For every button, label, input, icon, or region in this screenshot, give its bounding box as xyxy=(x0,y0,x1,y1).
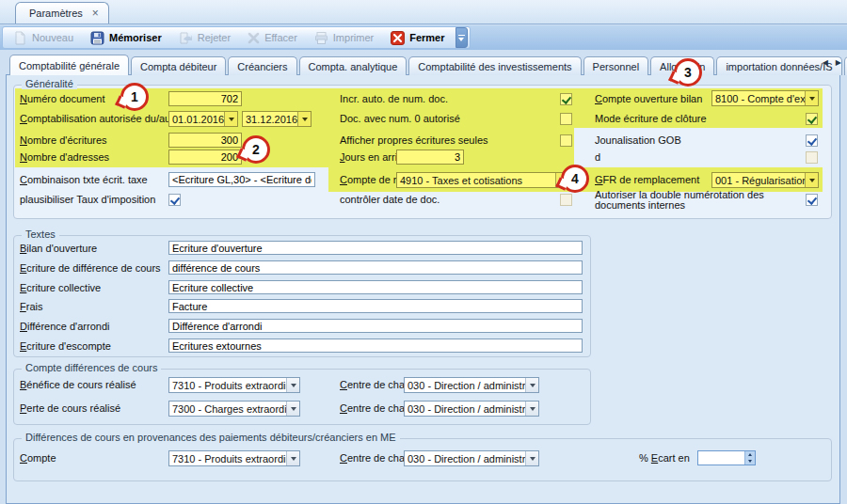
d-label: d xyxy=(595,150,600,165)
tab-compta-analytique[interactable]: Compta. analytique xyxy=(299,56,408,75)
chevron-down-icon xyxy=(525,402,538,416)
mode-ecriture-label: Mode écriture de clôture xyxy=(595,111,707,126)
centre-charge-select[interactable]: 030 - Direction / administration xyxy=(404,450,539,466)
callout-3: 3 xyxy=(674,58,702,87)
chevron-down-icon xyxy=(297,112,311,126)
difference-arrondi-input[interactable] xyxy=(168,319,583,333)
numero-document-label: Numéro document xyxy=(20,91,105,106)
group-title: Compte différences de cours xyxy=(22,362,161,373)
compte-remplacement-select[interactable]: 4910 - Taxes et cotisations xyxy=(396,172,569,188)
controler-date-checkbox[interactable] xyxy=(560,194,572,206)
doc-num0-label: Doc. avec num. 0 autorisé xyxy=(340,111,460,126)
ecriture-difference-label: Ecriture de différence de cours xyxy=(20,260,161,276)
difference-arrondi-label: Différence d'arrondi xyxy=(20,319,109,334)
close-tab-icon[interactable]: × xyxy=(92,8,99,18)
benefice-cours-select[interactable]: 7310 - Produits extraordinaires xyxy=(168,377,300,393)
rejeter-button[interactable]: Rejeter xyxy=(170,27,239,48)
tab-comptabilite-generale[interactable]: Comptabilité générale xyxy=(9,55,129,75)
effacer-button[interactable]: Effacer xyxy=(239,27,306,48)
tab-personnel[interactable]: Personnel xyxy=(583,56,649,75)
nombre-adresses-input[interactable] xyxy=(168,150,242,165)
afficher-propres-label: Afficher propres écritures seules xyxy=(340,133,488,148)
compte-select[interactable]: 7310 - Produits extraordinaires xyxy=(168,450,300,466)
ecriture-collective-label: Ecriture collective xyxy=(20,280,101,295)
date-from-select[interactable]: 01.01.2016 xyxy=(168,111,238,127)
spin-down-icon xyxy=(744,458,755,465)
chevron-down-icon xyxy=(286,378,299,392)
nombre-ecritures-input[interactable] xyxy=(168,133,242,148)
bilan-ouverture-label: Bilan d'ouverture xyxy=(20,241,97,256)
toolbar-overflow-button[interactable] xyxy=(455,27,468,48)
ecriture-collective-input[interactable] xyxy=(168,280,583,294)
compte-label: Compte xyxy=(20,450,56,465)
callout-1: 1 xyxy=(120,83,149,111)
group-textes: Textes Bilan d'ouverture Ecriture de dif… xyxy=(13,235,591,357)
afficher-propres-checkbox[interactable] xyxy=(560,134,572,147)
document-tab-parametres[interactable]: Paramètres × xyxy=(15,2,109,24)
date-to-select[interactable]: 31.12.2016 xyxy=(242,111,312,127)
settings-panel: Généralité Numéro document Comptabilisat… xyxy=(6,74,840,504)
imprimer-button[interactable]: Imprimer xyxy=(306,27,382,48)
ecriture-escompte-input[interactable] xyxy=(168,339,583,353)
mode-ecriture-checkbox[interactable] xyxy=(806,113,818,125)
gfr-label: GFR de remplacement xyxy=(595,172,699,187)
nombre-adresses-label: Nombre d'adresses xyxy=(20,150,109,165)
centre-charge-select[interactable]: 030 - Direction / administration xyxy=(404,401,539,417)
jounalisation-checkbox[interactable] xyxy=(806,134,818,147)
gfr-select[interactable]: 001 - Régularisation corpo xyxy=(711,172,819,188)
doc-num0-checkbox[interactable] xyxy=(560,113,572,125)
chevron-down-icon xyxy=(286,402,299,416)
benefice-cours-label: Bénéfice de cours réalisé xyxy=(20,377,136,392)
toolbar-band: Nouveau Mémoriser Rejeter Effacer Imprim… xyxy=(2,26,471,49)
plausibiliser-checkbox[interactable] xyxy=(168,194,181,206)
d-checkbox[interactable] xyxy=(806,151,818,164)
jours-arriere-input[interactable] xyxy=(396,150,464,165)
ecriture-escompte-label: Ecriture d'escompte xyxy=(20,339,111,354)
compte-ouverture-select[interactable]: 8100 - Compte d'exploitati xyxy=(711,90,819,106)
group-differences-cours: Compte différences de cours Bénéfice de … xyxy=(13,369,591,425)
reject-icon xyxy=(179,31,193,45)
callout-2: 2 xyxy=(242,135,270,164)
fermer-button[interactable]: Fermer xyxy=(382,27,453,48)
tab-creanciers[interactable]: Créanciers xyxy=(228,56,296,75)
autoriser-double-label: Autoriser la double numérotation des doc… xyxy=(595,190,794,211)
module-tab-strip: Comptabilité générale Compta débiteur Cr… xyxy=(9,55,847,75)
bilan-ouverture-input[interactable] xyxy=(168,241,583,255)
document-tab-bar: Paramètres × xyxy=(0,0,847,24)
chevron-down-icon xyxy=(805,91,818,105)
tab-archive-dms[interactable]: Archive/DMS xyxy=(844,56,847,75)
save-icon xyxy=(90,31,104,45)
autoriser-double-checkbox[interactable] xyxy=(806,194,818,206)
tab-compta-debiteur[interactable]: Compta débiteur xyxy=(131,56,226,75)
spinner-buttons[interactable] xyxy=(744,451,755,465)
toolbar: Nouveau Mémoriser Rejeter Effacer Imprim… xyxy=(0,25,847,50)
ecart-label: % Ecart en xyxy=(639,450,690,465)
group-title: Textes xyxy=(22,228,59,240)
numero-document-input[interactable] xyxy=(168,91,242,106)
chevron-down-icon xyxy=(224,112,237,126)
nombre-ecritures-label: Nombre d'écritures xyxy=(20,133,107,148)
frais-input[interactable] xyxy=(168,299,583,313)
nouveau-button[interactable]: Nouveau xyxy=(5,27,82,48)
group-provenance: Différences de cours en provenances des … xyxy=(13,438,832,481)
combinaison-input[interactable] xyxy=(168,172,315,187)
close-red-icon xyxy=(391,31,405,45)
incr-auto-checkbox[interactable] xyxy=(560,93,572,105)
perte-cours-select[interactable]: 7300 - Charges extraordinaires xyxy=(168,401,300,417)
tab-scroll-left-icon[interactable]: ◀ xyxy=(823,58,828,67)
combinaison-label: Combinaison txte écrit. taxe xyxy=(20,172,148,187)
ecart-spinner[interactable] xyxy=(697,450,756,465)
centre-charge-select[interactable]: 030 - Direction / administration xyxy=(404,377,539,393)
delete-icon xyxy=(248,32,260,44)
jounalisation-label: Jounalisation GOB xyxy=(595,133,681,148)
chevron-down-icon xyxy=(286,451,299,465)
group-title: Différences de cours en provenances des … xyxy=(22,432,400,443)
controler-date-label: contrôler date de doc. xyxy=(340,192,439,207)
incr-auto-label: Incr. auto. de num. doc. xyxy=(340,91,448,106)
tab-scroll-right-icon[interactable]: ▶ xyxy=(836,58,841,67)
tab-comptabilite-investissements[interactable]: Comptabilité des investissements xyxy=(408,56,581,75)
memoriser-button[interactable]: Mémoriser xyxy=(82,27,170,48)
chevron-down-icon xyxy=(458,38,464,41)
comptabilisation-label: Comptabilisation autorisée du/au xyxy=(20,111,170,126)
ecriture-difference-input[interactable] xyxy=(168,260,583,275)
